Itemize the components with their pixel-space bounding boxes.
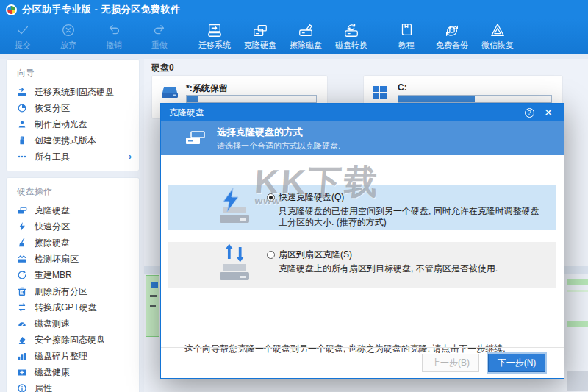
- selected-disk-row-fragment: [146, 275, 159, 337]
- windows-logo-icon: [373, 86, 387, 99]
- radio-unselected-icon[interactable]: [267, 251, 275, 259]
- wipe-disk-button[interactable]: 擦除磁盘: [283, 21, 329, 53]
- portable-version-icon: [17, 135, 27, 146]
- dialog-help-button[interactable]: ?: [520, 106, 539, 119]
- sidebar-item-properties[interactable]: 属性: [7, 380, 139, 392]
- undo-button[interactable]: 撤销: [91, 21, 137, 53]
- submit-check-icon: [15, 22, 31, 38]
- partition-usage-fill: [187, 96, 198, 102]
- submit-button[interactable]: 提交: [0, 21, 46, 53]
- title-bar: 分区助手专业版 - 无损分区免费软件: [0, 0, 588, 19]
- quick-clone-icon: [220, 192, 255, 223]
- sidebar: 向导 迁移系统到固态硬盘 恢复分区 制作启动光盘 创建便携式版本 所有工具 ›: [6, 59, 140, 392]
- discard-circle-x-icon: [60, 22, 76, 38]
- secure-erase-icon: [17, 335, 27, 345]
- sector-clone-icon: [220, 249, 255, 280]
- dialog-header-subtitle: 请选择一个合适的方式以克隆硬盘.: [217, 140, 340, 152]
- clone-disk-dialog: 克隆硬盘 ? ✕ 选择克隆硬盘的方式 请选择一个合适的方式以克隆硬盘.: [160, 103, 564, 379]
- wechat-recovery-button[interactable]: 微信恢复: [475, 21, 520, 53]
- app-logo-icon: [6, 4, 17, 15]
- dialog-header-band: 选择克隆硬盘的方式 请选择一个合适的方式以克隆硬盘.: [161, 121, 564, 155]
- previous-button[interactable]: 上一步(B): [422, 354, 479, 372]
- discard-button[interactable]: 放弃: [46, 21, 91, 53]
- up-down-arrows-icon: [224, 243, 246, 268]
- radio-selected-icon[interactable]: [267, 193, 275, 202]
- convert-gpt-icon: [17, 302, 27, 313]
- wizard-section-header: 向导: [7, 64, 139, 84]
- sidebar-item-disk-health[interactable]: 磁盘健康: [7, 364, 139, 380]
- disk-convert-icon: [343, 22, 359, 38]
- dialog-title-bar[interactable]: 克隆硬盘 ? ✕: [161, 104, 564, 121]
- sidebar-item-convert-to-gpt[interactable]: 转换成GPT硬盘: [7, 299, 139, 316]
- sidebar-item-quick-partition[interactable]: 快速分区: [7, 218, 139, 235]
- tutorial-button[interactable]: 教程: [384, 21, 429, 53]
- toolbar-separator: [379, 24, 379, 50]
- partition-usage-fill: [398, 96, 475, 102]
- dialog-header-title: 选择克隆硬盘的方式: [217, 126, 340, 139]
- disk-convert-button[interactable]: 磁盘转换: [329, 21, 374, 53]
- sidebar-item-disk-defrag[interactable]: 磁盘碎片整理: [7, 348, 139, 364]
- wipe-disk-icon: [298, 22, 314, 38]
- redo-button[interactable]: 重做: [137, 21, 182, 53]
- disk-label: 硬盘0: [151, 62, 174, 74]
- migrate-os-icon: [17, 87, 27, 97]
- option-label: 快速克隆硬盘(Q): [279, 191, 344, 204]
- partition-name: C:: [398, 82, 407, 93]
- close-icon: ✕: [544, 107, 553, 118]
- sidebar-item-rebuild-mbr[interactable]: 重建MBR: [7, 267, 139, 283]
- sidebar-item-check-bad-sectors[interactable]: 检测坏扇区: [7, 251, 139, 267]
- properties-info-icon: [17, 383, 27, 392]
- partition-usage-bar: [398, 95, 552, 103]
- sidebar-item-disk-speed-test[interactable]: 磁盘测速: [7, 316, 139, 332]
- undo-arrow-icon: [106, 22, 122, 38]
- redo-arrow-icon: [151, 22, 168, 38]
- clone-disk-header-icon: [184, 129, 207, 147]
- disk-health-icon: [17, 367, 27, 377]
- disk-row-fragment: [567, 279, 588, 285]
- clone-disk-icon: [17, 205, 27, 215]
- free-backup-button[interactable]: 免费备份: [429, 21, 475, 53]
- partition-usage-bar: [186, 95, 317, 103]
- migrate-os-icon: [207, 22, 223, 38]
- option-sector-clone[interactable]: 扇区到扇区克隆(S) 克隆硬盘上的所有扇区到目标硬盘, 不管扇区是否被使用.: [168, 242, 556, 288]
- lightning-bolt-icon: [221, 188, 240, 213]
- defrag-icon: [17, 351, 27, 361]
- bad-sector-icon: [17, 254, 27, 264]
- disk-speed-icon: [17, 318, 27, 329]
- disk-ops-section-header: 硬盘操作: [7, 182, 139, 202]
- toolbar: 提交 放弃 撤销 重做 迁移系统 克隆硬盘 擦除磁盘 磁盘转换: [0, 19, 588, 54]
- wechat-recovery-icon: [490, 22, 506, 38]
- migrate-os-button[interactable]: 迁移系统: [192, 21, 237, 53]
- partition-name: *:系统保留: [186, 82, 228, 95]
- sidebar-item-secure-erase-ssd[interactable]: 安全擦除固态硬盘: [7, 332, 139, 348]
- free-backup-icon: [444, 22, 460, 38]
- hard-drive-icon: [161, 86, 179, 101]
- chevron-right-icon: ›: [129, 152, 132, 162]
- quick-partition-icon: [17, 221, 27, 232]
- sidebar-item-wipe-disk[interactable]: 擦除硬盘: [7, 235, 139, 251]
- sidebar-item-migrate-os-to-ssd[interactable]: 迁移系统到固态硬盘: [7, 84, 139, 100]
- next-button[interactable]: 下一步(N): [488, 354, 545, 372]
- option-description: 克隆硬盘上的所有扇区到目标硬盘, 不管扇区是否被使用.: [267, 263, 545, 274]
- sidebar-item-recover-partition[interactable]: 恢复分区: [7, 100, 139, 116]
- delete-partitions-icon: [17, 286, 27, 296]
- disk-operations-panel: 硬盘操作 克隆硬盘 快速分区 擦除硬盘 检测坏扇区 重建MBR: [6, 177, 140, 392]
- dialog-footer: 上一步(B) 下一步(N): [161, 347, 564, 378]
- wipe-disk-icon: [17, 238, 27, 248]
- toolbar-separator: [187, 24, 187, 50]
- clone-disk-icon: [252, 22, 268, 38]
- option-quick-clone[interactable]: 快速克隆硬盘(Q) 只克隆硬盘的已使用空间到另一个硬盘, 同时允许在克隆时调整硬…: [168, 185, 556, 230]
- option-label: 扇区到扇区克隆(S): [279, 249, 352, 261]
- sidebar-item-clone-disk[interactable]: 克隆硬盘: [7, 202, 139, 218]
- window-title: 分区助手专业版 - 无损分区免费软件: [22, 3, 181, 16]
- toolbar-bottom-strip: [0, 54, 588, 59]
- disk-row-fragment: [567, 290, 588, 292]
- sidebar-item-make-bootable-media[interactable]: 制作启动光盘: [7, 116, 139, 132]
- sidebar-item-create-portable-version[interactable]: 创建便携式版本: [7, 132, 139, 149]
- sidebar-item-all-tools[interactable]: 所有工具 ›: [7, 149, 139, 165]
- dialog-close-button[interactable]: ✕: [539, 106, 558, 119]
- bootable-media-icon: [17, 119, 27, 129]
- sidebar-item-delete-all-partitions[interactable]: 删除所有分区: [7, 283, 139, 299]
- help-icon: ?: [525, 108, 534, 118]
- clone-disk-button[interactable]: 克隆硬盘: [237, 21, 283, 53]
